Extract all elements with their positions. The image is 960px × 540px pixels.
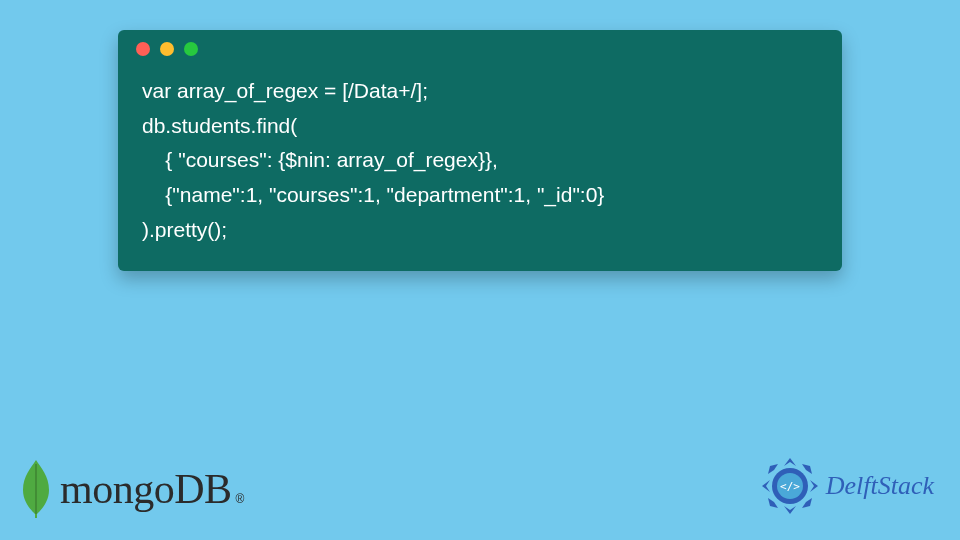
delftstack-logo: </> DelftStack bbox=[760, 456, 934, 516]
delftstack-text: DelftStack bbox=[826, 471, 934, 501]
mongodb-text: mongoDB bbox=[60, 465, 232, 513]
code-line: var array_of_regex = [/Data+/]; bbox=[142, 79, 428, 102]
gear-icon: </> bbox=[760, 456, 820, 516]
mongodb-logo: mongoDB ® bbox=[18, 458, 246, 520]
leaf-icon bbox=[18, 458, 54, 520]
svg-marker-7 bbox=[802, 498, 812, 508]
svg-text:</>: </> bbox=[780, 480, 800, 493]
code-window: var array_of_regex = [/Data+/]; db.stude… bbox=[118, 30, 842, 271]
code-body: var array_of_regex = [/Data+/]; db.stude… bbox=[118, 68, 842, 271]
svg-marker-0 bbox=[784, 458, 796, 466]
svg-marker-1 bbox=[784, 506, 796, 514]
svg-marker-2 bbox=[762, 480, 770, 492]
svg-marker-3 bbox=[810, 480, 818, 492]
footer: mongoDB ® bbox=[0, 442, 960, 522]
code-line: {"name":1, "courses":1, "department":1, … bbox=[142, 183, 604, 206]
svg-marker-6 bbox=[768, 464, 778, 474]
close-icon bbox=[136, 42, 150, 56]
code-line: { "courses": {$nin: array_of_regex}}, bbox=[142, 148, 498, 171]
minimize-icon bbox=[160, 42, 174, 56]
maximize-icon bbox=[184, 42, 198, 56]
code-line: db.students.find( bbox=[142, 114, 297, 137]
window-header bbox=[118, 30, 842, 68]
svg-marker-5 bbox=[768, 498, 778, 508]
code-line: ).pretty(); bbox=[142, 218, 227, 241]
svg-marker-4 bbox=[802, 464, 812, 474]
registered-mark: ® bbox=[236, 492, 245, 506]
